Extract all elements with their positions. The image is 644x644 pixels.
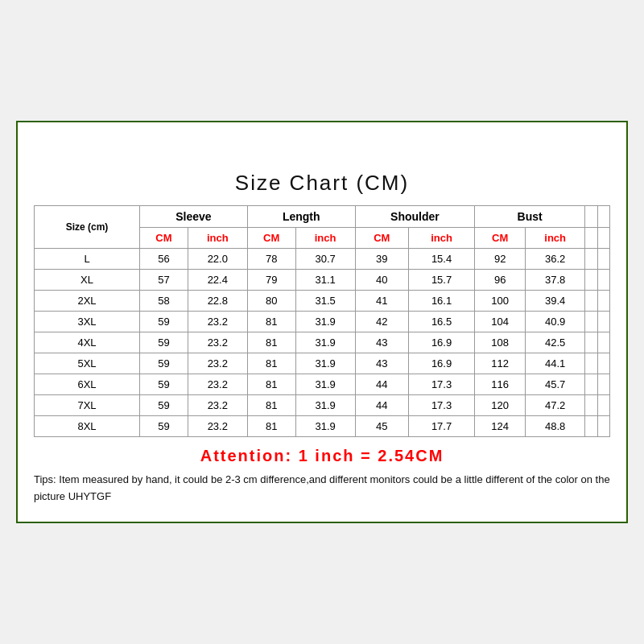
table-cell [585, 353, 597, 374]
table-row: 8XL5923.28131.94517.712448.8 [35, 416, 610, 437]
tips-text: Tips: Item measured by hand, it could be… [34, 472, 610, 506]
table-cell: 81 [247, 416, 295, 437]
table-row: 6XL5923.28131.94417.311645.7 [35, 374, 610, 395]
table-cell: 3XL [35, 312, 140, 332]
table-cell: 22.8 [188, 291, 247, 312]
table-cell: 15.4 [408, 249, 474, 270]
table-cell: 17.7 [408, 416, 474, 437]
table-cell [597, 395, 609, 416]
table-row: 3XL5923.28131.94216.510440.9 [35, 312, 610, 332]
table-cell: 57 [140, 270, 188, 291]
table-cell: 48.8 [526, 416, 585, 437]
extra-col1-subheader [585, 228, 597, 249]
shoulder-inch-header: inch [408, 228, 474, 249]
length-inch-header: inch [295, 228, 355, 249]
table-cell: 59 [140, 353, 188, 374]
table-cell [585, 291, 597, 312]
table-cell: 31.9 [295, 353, 355, 374]
table-cell [597, 249, 609, 270]
table-cell: 43 [355, 353, 408, 374]
table-cell: 2XL [35, 291, 140, 312]
table-row: 4XL5923.28131.94316.910842.5 [35, 332, 610, 353]
bust-cm-header: CM [475, 228, 526, 249]
table-cell [597, 374, 609, 395]
length-header: Length [247, 206, 355, 228]
bust-inch-header: inch [526, 228, 585, 249]
extra-col2-subheader [597, 228, 609, 249]
table-cell: 41 [355, 291, 408, 312]
table-cell: 6XL [35, 374, 140, 395]
table-cell: 44 [355, 374, 408, 395]
table-cell: 5XL [35, 353, 140, 374]
size-chart-container: Size Chart (CM) Size (cm) Sleeve Length … [16, 121, 628, 523]
size-column-header: Size (cm) [35, 206, 140, 249]
table-cell: 112 [475, 353, 526, 374]
size-table: Size (cm) Sleeve Length Shoulder Bust CM… [34, 205, 610, 437]
table-cell: 42 [355, 312, 408, 332]
table-cell: 22.4 [188, 270, 247, 291]
table-cell: 16.9 [408, 353, 474, 374]
extra-col2-header [597, 206, 609, 228]
table-cell: 80 [247, 291, 295, 312]
length-cm-header: CM [247, 228, 295, 249]
table-cell [597, 270, 609, 291]
table-cell: 104 [475, 312, 526, 332]
table-cell: 59 [140, 332, 188, 353]
table-cell: 59 [140, 312, 188, 332]
table-cell [585, 332, 597, 353]
table-cell: 43 [355, 332, 408, 353]
sleeve-cm-header: CM [140, 228, 188, 249]
table-cell: XL [35, 270, 140, 291]
table-cell: 59 [140, 374, 188, 395]
table-cell [597, 312, 609, 332]
table-cell: 81 [247, 312, 295, 332]
table-cell: 78 [247, 249, 295, 270]
table-row: L5622.07830.73915.49236.2 [35, 249, 610, 270]
table-cell: 22.0 [188, 249, 247, 270]
table-row: 2XL5822.88031.54116.110039.4 [35, 291, 610, 312]
table-row: 5XL5923.28131.94316.911244.1 [35, 353, 610, 374]
table-cell: 81 [247, 374, 295, 395]
table-cell: 31.9 [295, 312, 355, 332]
table-cell: 44.1 [526, 353, 585, 374]
table-cell [597, 332, 609, 353]
table-cell: L [35, 249, 140, 270]
table-cell: 40 [355, 270, 408, 291]
table-cell: 23.2 [188, 332, 247, 353]
table-cell: 8XL [35, 416, 140, 437]
table-cell: 31.5 [295, 291, 355, 312]
table-cell: 44 [355, 395, 408, 416]
table-cell: 92 [475, 249, 526, 270]
table-cell: 45.7 [526, 374, 585, 395]
table-cell: 31.1 [295, 270, 355, 291]
table-cell: 58 [140, 291, 188, 312]
table-cell: 81 [247, 395, 295, 416]
table-cell: 45 [355, 416, 408, 437]
table-cell [585, 395, 597, 416]
table-cell: 15.7 [408, 270, 474, 291]
table-cell: 31.9 [295, 416, 355, 437]
table-cell: 116 [475, 374, 526, 395]
table-cell: 81 [247, 353, 295, 374]
table-cell: 81 [247, 332, 295, 353]
table-cell: 100 [475, 291, 526, 312]
table-cell: 23.2 [188, 416, 247, 437]
table-cell: 7XL [35, 395, 140, 416]
extra-col1-header [585, 206, 597, 228]
table-cell: 4XL [35, 332, 140, 353]
table-cell: 39 [355, 249, 408, 270]
table-cell [597, 353, 609, 374]
bust-header: Bust [475, 206, 585, 228]
table-cell: 124 [475, 416, 526, 437]
table-cell: 37.8 [526, 270, 585, 291]
table-cell: 23.2 [188, 395, 247, 416]
table-cell [585, 312, 597, 332]
table-cell: 16.1 [408, 291, 474, 312]
table-cell: 59 [140, 416, 188, 437]
sleeve-inch-header: inch [188, 228, 247, 249]
table-cell: 31.9 [295, 374, 355, 395]
table-cell: 79 [247, 270, 295, 291]
attention-text: Attention: 1 inch = 2.54CM [34, 447, 610, 465]
table-cell: 56 [140, 249, 188, 270]
table-cell: 96 [475, 270, 526, 291]
